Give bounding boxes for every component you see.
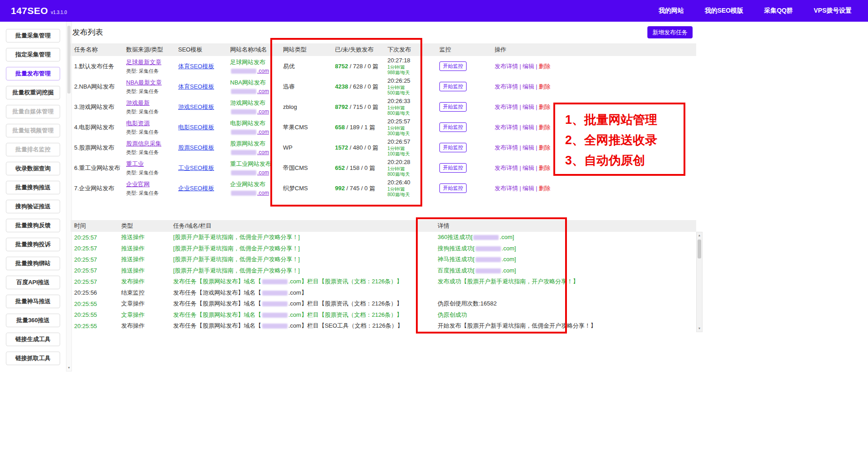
seo-template-link[interactable]: 体育SEO模板 (178, 83, 214, 90)
source-link[interactable]: 重工业 (126, 160, 171, 168)
sidebar-item-3[interactable]: 批量权重词挖掘 (6, 86, 60, 99)
delete-link[interactable]: 删除 (539, 144, 551, 151)
sidebar-item-7[interactable]: 收录数据查询 (6, 162, 60, 175)
sidebar-item-2[interactable]: 批量发布管理 (6, 67, 60, 80)
publish-detail-link[interactable]: 发布详情 (495, 164, 518, 171)
delete-link[interactable]: 删除 (539, 164, 551, 171)
source-link[interactable]: 电影资源 (126, 119, 171, 127)
delete-link[interactable]: 删除 (539, 124, 551, 131)
task-name: 5.股票网站发布 (71, 137, 123, 158)
delete-link[interactable]: 删除 (539, 83, 551, 90)
log-task: 发布任务【股票网站发布】域名【.com】栏目【SEO工具（文档：2126条）】 (170, 320, 434, 332)
publish-row: 1.默认发布任务足球最新文章类型: 采集任务体育SEO模板足球网站发布.com易… (71, 56, 696, 76)
publish-detail-link[interactable]: 发布详情 (495, 83, 518, 90)
start-monitor-button[interactable]: 开始监控 (439, 183, 467, 193)
site-domain-link[interactable]: .com (230, 108, 276, 115)
edit-link[interactable]: 编辑 (523, 124, 534, 131)
sidebar-item-17[interactable]: 链接抓取工具 (6, 352, 60, 365)
nav-item-0[interactable]: 我的网站 (659, 7, 684, 15)
sidebar-item-9[interactable]: 搜狗验证推送 (6, 200, 60, 213)
sidebar-item-10[interactable]: 批量搜狗反馈 (6, 219, 60, 232)
seo-template-link[interactable]: 游戏SEO模板 (178, 103, 214, 110)
sidebar-item-1[interactable]: 指定采集管理 (6, 48, 60, 61)
row-filler (554, 158, 696, 178)
scroll-up-icon[interactable]: ▲ (697, 233, 702, 238)
column-header: 操作 (491, 43, 554, 56)
edit-link[interactable]: 编辑 (523, 63, 534, 70)
edit-link[interactable]: 编辑 (523, 185, 534, 192)
sidebar-item-14[interactable]: 批量神马推送 (6, 295, 60, 308)
row-filler (554, 137, 696, 158)
sidebar-item-16[interactable]: 链接生成工具 (6, 333, 60, 346)
nav-item-2[interactable]: 采集QQ群 (764, 7, 793, 15)
site-name: 游戏网站发布 (230, 99, 276, 107)
site-domain-link[interactable]: .com (230, 88, 276, 94)
sidebar-item-0[interactable]: 批量采集管理 (6, 29, 60, 42)
redacted-text (476, 246, 501, 251)
sidebar-item-5: 批量短视频管理 (6, 124, 60, 137)
log-scrollbar[interactable]: ▲ ▼ (696, 232, 703, 332)
redacted-text (262, 279, 288, 284)
delete-link[interactable]: 删除 (539, 103, 551, 110)
log-scrollbar-thumb[interactable] (698, 240, 701, 258)
column-header: 数据来源/类型 (123, 43, 175, 56)
edit-link[interactable]: 编辑 (523, 103, 534, 110)
sidebar-item-12[interactable]: 批量搜狗绑站 (6, 257, 60, 270)
publish-stats: 652 / 158 / 0 篇 (331, 158, 384, 178)
seo-template-link[interactable]: 电影SEO模板 (178, 124, 214, 131)
log-column-header: 时间 (71, 220, 118, 232)
publish-detail-link[interactable]: 发布详情 (495, 103, 518, 110)
publish-row: 6.重工业网站发布重工业类型: 采集任务工业SEO模板重工业网站发布.com帝国… (71, 158, 696, 178)
edit-link[interactable]: 编辑 (523, 164, 534, 171)
scroll-down-icon[interactable]: ▼ (697, 326, 702, 331)
column-header: 监控 (436, 43, 491, 56)
redacted-text (476, 268, 501, 273)
publish-detail-link[interactable]: 发布详情 (495, 144, 518, 151)
seo-template-link[interactable]: 企业SEO模板 (178, 185, 214, 192)
scroll-down-icon[interactable]: ▼ (66, 365, 71, 371)
start-monitor-button[interactable]: 开始监控 (439, 102, 467, 112)
sidebar-item-15[interactable]: 批量360推送 (6, 314, 60, 327)
site-domain-link[interactable]: .com (230, 149, 276, 155)
sidebar-scrollbar-thumb[interactable] (67, 26, 71, 94)
site-domain-link[interactable]: .com (230, 129, 276, 135)
add-publish-task-button[interactable]: 新增发布任务 (647, 26, 693, 38)
site-type: zblog (279, 97, 331, 117)
sidebar-item-13[interactable]: 百度API推送 (6, 276, 60, 289)
start-monitor-button[interactable]: 开始监控 (439, 122, 467, 132)
site-domain-link[interactable]: .com (230, 169, 276, 176)
publish-stats: 8752 / 728 / 0 篇 (331, 56, 384, 76)
seo-template-link[interactable]: 工业SEO模板 (178, 164, 214, 171)
nav-item-1[interactable]: 我的SEO模版 (705, 7, 744, 15)
site-domain-link[interactable]: .com (230, 68, 276, 74)
seo-template-link[interactable]: 股票SEO模板 (178, 144, 214, 151)
publish-detail-link[interactable]: 发布详情 (495, 185, 518, 192)
task-name: 7.企业网站发布 (71, 178, 123, 198)
publish-detail-link[interactable]: 发布详情 (495, 124, 518, 131)
nav-item-3[interactable]: VPS拨号设置 (814, 7, 852, 15)
log-row: 20:25:57推送操作[股票开户新手避坑指南，低佣金开户攻略分享！]神马推送成… (71, 254, 696, 265)
sidebar-item-11[interactable]: 批量搜狗投诉 (6, 238, 60, 251)
start-monitor-button[interactable]: 开始监控 (439, 163, 467, 173)
sidebar: 批量采集管理指定采集管理批量发布管理批量权重词挖掘批量自媒体管理批量短视频管理批… (0, 22, 66, 451)
publish-detail-link[interactable]: 发布详情 (495, 63, 518, 70)
row-filler (554, 97, 696, 117)
site-name: NBA网站发布 (230, 79, 276, 87)
source-link[interactable]: NBA最新文章 (126, 79, 171, 87)
source-link[interactable]: 企业官网 (126, 180, 171, 188)
source-link[interactable]: 游戏最新 (126, 99, 171, 107)
site-domain-link[interactable]: .com (230, 190, 276, 196)
log-detail: 搜狗推送成功[.com] (434, 243, 696, 254)
source-link[interactable]: 股票信息采集 (126, 140, 171, 148)
start-monitor-button[interactable]: 开始监控 (439, 61, 467, 71)
delete-link[interactable]: 删除 (539, 185, 551, 192)
edit-link[interactable]: 编辑 (523, 144, 534, 151)
start-monitor-button[interactable]: 开始监控 (439, 82, 467, 91)
source-type: 类型: 采集任务 (126, 169, 171, 176)
source-link[interactable]: 足球最新文章 (126, 58, 171, 66)
seo-template-link[interactable]: 体育SEO模板 (178, 63, 214, 70)
delete-link[interactable]: 删除 (539, 63, 551, 70)
edit-link[interactable]: 编辑 (523, 83, 534, 90)
start-monitor-button[interactable]: 开始监控 (439, 143, 467, 152)
sidebar-item-8[interactable]: 批量搜狗推送 (6, 181, 60, 194)
